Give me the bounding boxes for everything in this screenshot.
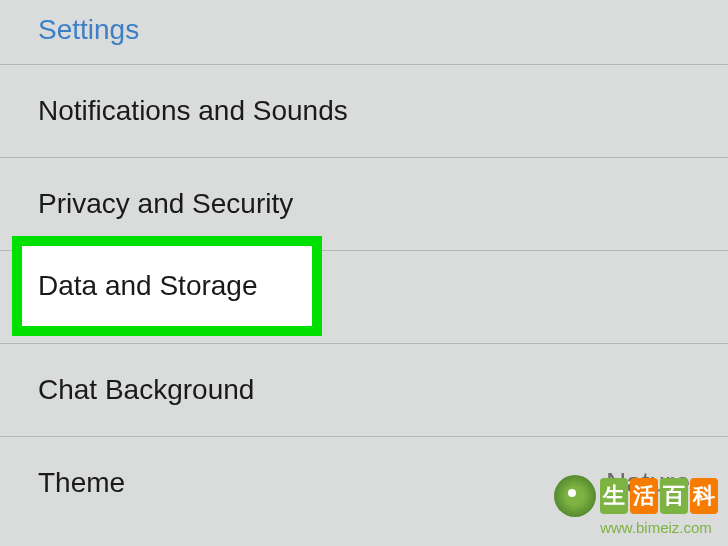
watermark-char: 科 bbox=[690, 478, 718, 514]
watermark-char: 生 bbox=[600, 478, 628, 514]
highlight-label: Data and Storage bbox=[38, 270, 258, 302]
watermark-char: 活 bbox=[630, 478, 658, 514]
watermark-main: 生 活 百 科 bbox=[554, 475, 718, 517]
watermark-char: 百 bbox=[660, 478, 688, 514]
highlight-data-storage: Data and Storage bbox=[12, 236, 322, 336]
section-header-settings: Settings bbox=[0, 0, 728, 64]
item-chat-background[interactable]: Chat Background bbox=[0, 343, 728, 436]
watermark-chars: 生 活 百 科 bbox=[600, 478, 718, 514]
watermark-url-text: www.bimeiz.com bbox=[600, 519, 712, 536]
watermark-logo-icon bbox=[554, 475, 596, 517]
item-label: Theme bbox=[38, 467, 125, 499]
item-notifications-sounds[interactable]: Notifications and Sounds bbox=[0, 64, 728, 157]
item-label: Privacy and Security bbox=[38, 188, 293, 220]
watermark: 生 活 百 科 www.bimeiz.com bbox=[554, 475, 718, 536]
item-label: Chat Background bbox=[38, 374, 254, 406]
item-label: Notifications and Sounds bbox=[38, 95, 348, 127]
